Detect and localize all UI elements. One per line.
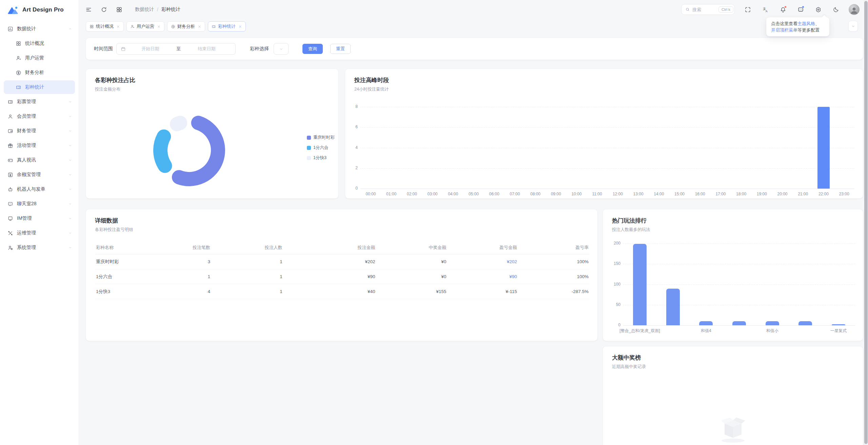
- chevron-down-icon: [68, 216, 72, 220]
- query-button[interactable]: 查询: [302, 44, 323, 54]
- hot-plays-card: 热门玩法排行 投注人数最多的玩法 050100150200[整合_总和/龙虎_双…: [603, 209, 863, 341]
- collapse-button[interactable]: [848, 21, 858, 32]
- user-heart-icon: [16, 55, 21, 61]
- logo[interactable]: Art Design Pro: [0, 0, 79, 20]
- topbar-left: 数据统计 / 彩种统计: [84, 5, 180, 14]
- chevron-down-icon: [68, 246, 72, 250]
- settings-icon: [815, 6, 822, 13]
- dollar-circle-icon: [171, 24, 175, 29]
- sidebar-item[interactable]: 余额宝管理: [4, 168, 75, 181]
- sidebar-item[interactable]: 财务管理: [4, 124, 75, 138]
- table-column-header: 投注人数: [211, 241, 283, 254]
- grid-icon: [116, 6, 122, 13]
- calendar-icon: [121, 46, 126, 52]
- donut-segment: [160, 137, 165, 166]
- breadcrumb-section[interactable]: 数据统计: [135, 6, 154, 13]
- refresh-button[interactable]: [99, 5, 108, 14]
- settings-button[interactable]: [813, 5, 823, 14]
- table-cell: ¥202: [283, 254, 376, 269]
- theme-style-link[interactable]: 主题风格: [797, 21, 815, 26]
- sidebar-submenu: 统计概况用户运营财务分析彩种统计: [4, 37, 75, 94]
- global-search[interactable]: Ctrl k: [681, 4, 735, 15]
- tab-chip[interactable]: 财务分析: [167, 21, 205, 32]
- grid-line: [623, 244, 855, 244]
- scrollbar-track[interactable]: [864, 0, 868, 445]
- messages-button[interactable]: [796, 5, 805, 14]
- sidebar-subitem[interactable]: 彩种统计: [4, 80, 75, 94]
- lottery-select[interactable]: [274, 43, 289, 55]
- table-cell: 1: [211, 284, 283, 299]
- sidebar-item[interactable]: 聊天室28: [4, 197, 75, 211]
- message-dot: [802, 6, 804, 8]
- tab-close-icon[interactable]: [238, 25, 242, 28]
- translate-button[interactable]: 文A: [761, 5, 770, 14]
- big-winners-card: 大额中奖榜 近期高额中奖记录: [603, 346, 863, 445]
- detail-table-wrap: 彩种名称投注笔数投注人数投注金额中奖金额盈亏金额盈亏率 重庆时时彩31¥202¥…: [95, 241, 589, 299]
- tab-chip[interactable]: 用户运营: [126, 21, 164, 32]
- donut-chart: [145, 106, 233, 194]
- chevron-down-icon: [68, 100, 72, 104]
- end-date-placeholder: 结束日期: [182, 46, 231, 52]
- sidebar-item[interactable]: 数据统计: [4, 22, 75, 36]
- sidebar-item[interactable]: 系统管理: [4, 241, 75, 254]
- legend-label: 1分六合: [313, 145, 328, 151]
- x-tick-label: 23:00: [793, 192, 868, 196]
- profit-amount-link[interactable]: ¥202: [507, 259, 517, 264]
- bar: [633, 244, 647, 325]
- table-cell: ¥0: [376, 254, 447, 269]
- sidebar-subitem[interactable]: 统计概况: [4, 37, 75, 50]
- sidebar-subitem[interactable]: 用户运营: [4, 51, 75, 65]
- yen-box-icon: [7, 172, 13, 178]
- detail-data-card: 详细数据 各彩种投注盈亏明细 彩种名称投注笔数投注人数投注金额中奖金额盈亏金额盈…: [86, 209, 597, 341]
- tab-label: 统计概况: [96, 23, 114, 30]
- notifications-button[interactable]: [778, 5, 788, 14]
- tab-chip[interactable]: 统计概况: [86, 21, 124, 32]
- sidebar-item[interactable]: 机器人与发单: [4, 182, 75, 196]
- tab-close-icon[interactable]: [198, 25, 201, 28]
- theme-toggle-button[interactable]: [831, 5, 841, 14]
- table-cell: ¥155: [376, 284, 447, 299]
- sidebar-item[interactable]: 彩票管理: [4, 95, 75, 109]
- sidebar-item[interactable]: 活动管理: [4, 139, 75, 152]
- sidebar-subitem[interactable]: 财务分析: [4, 66, 75, 79]
- apps-button[interactable]: [114, 5, 124, 14]
- menu-toggle-button[interactable]: [84, 5, 93, 14]
- card-title: 详细数据: [95, 217, 118, 225]
- tab-label: 用户运营: [137, 23, 154, 30]
- legend-item[interactable]: 1分六合: [307, 145, 335, 151]
- topbar-menu-link[interactable]: 开启顶栏菜单: [771, 27, 797, 33]
- content: 时间范围 开始日期 至 结束日期 彩种选择 查询 重置 各彩种投注占比 投注金额…: [79, 0, 868, 445]
- legend-item[interactable]: 1分快3: [307, 155, 335, 161]
- date-range-input[interactable]: 开始日期 至 结束日期: [116, 43, 236, 55]
- scrollbar-thumb[interactable]: [864, 1, 868, 444]
- tab-chip[interactable]: 彩种统计: [208, 21, 246, 32]
- sidebar-item[interactable]: IM管理: [4, 212, 75, 225]
- table-cell: ¥0: [376, 269, 447, 284]
- table-cell: 1: [211, 254, 283, 269]
- table-column-header: 盈亏率: [518, 241, 589, 254]
- sidebar-subitem-label: 用户运营: [25, 55, 44, 61]
- reset-button[interactable]: 重置: [330, 44, 351, 54]
- sidebar-item[interactable]: 会员管理: [4, 110, 75, 123]
- y-tick-label: 2: [343, 166, 358, 170]
- range-separator: 至: [175, 46, 182, 52]
- search-shortcut-badge: Ctrl k: [718, 6, 733, 13]
- legend-swatch: [307, 156, 311, 160]
- fullscreen-button[interactable]: [743, 5, 752, 14]
- donut-segment: [177, 123, 180, 124]
- breadcrumb: 数据统计 / 彩种统计: [135, 6, 180, 13]
- sidebar-item[interactable]: 真人视讯: [4, 153, 75, 167]
- grid-line: [623, 285, 855, 285]
- legend-item[interactable]: 重庆时时彩: [307, 135, 335, 140]
- chevron-up-icon: [68, 27, 72, 31]
- tab-close-icon[interactable]: [157, 25, 161, 28]
- sidebar-item-label: 真人视讯: [17, 157, 36, 163]
- avatar[interactable]: [849, 4, 860, 15]
- tab-close-icon[interactable]: [116, 25, 120, 28]
- profit-amount-link[interactable]: ¥90: [509, 274, 517, 279]
- card-subtitle: 投注人数最多的玩法: [612, 227, 650, 233]
- search-input[interactable]: [692, 7, 716, 12]
- chevron-down-icon: [68, 114, 72, 118]
- breadcrumb-current[interactable]: 彩种统计: [161, 6, 180, 13]
- sidebar-item[interactable]: 运维管理: [4, 226, 75, 240]
